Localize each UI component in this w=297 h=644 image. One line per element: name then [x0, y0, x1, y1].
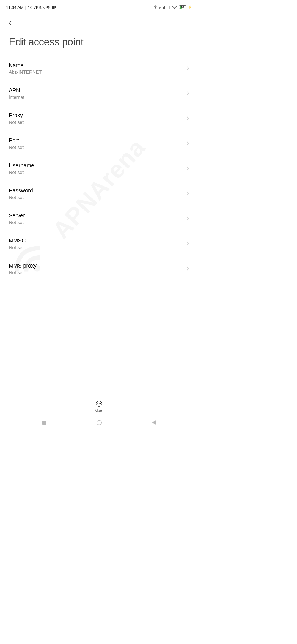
item-content: PortNot set [9, 137, 24, 150]
item-content: ServerNot set [9, 212, 25, 225]
item-label: APN [9, 87, 24, 94]
list-item[interactable]: PortNot set [0, 131, 198, 156]
list-item[interactable]: ServerNot set [0, 206, 198, 231]
svg-point-1 [174, 8, 175, 9]
chevron-right-icon [186, 116, 189, 122]
list-item[interactable]: MMSCNot set [0, 231, 198, 256]
list-item[interactable]: APNinternet [0, 81, 198, 106]
chevron-right-icon [186, 241, 189, 247]
more-button[interactable]: More [0, 397, 198, 413]
chevron-right-icon [186, 91, 189, 97]
wifi-icon [172, 6, 177, 9]
recent-apps-button[interactable] [41, 419, 47, 426]
back-button[interactable] [9, 18, 20, 29]
signal-bars-1 [162, 6, 165, 9]
chevron-right-icon [186, 216, 189, 222]
status-separator: | [25, 5, 26, 10]
item-label: Server [9, 212, 25, 219]
item-value: Not set [9, 245, 26, 250]
item-label: Port [9, 137, 24, 144]
settings-list: NameAbz-INTERNETAPNinternetProxyNot setP… [0, 56, 198, 282]
status-bar: 11:34 AM | 10.7KB/s 4G [0, 2, 198, 12]
charging-icon: ⚡ [188, 5, 192, 9]
more-label: More [95, 408, 103, 413]
status-speed: 10.7KB/s [28, 5, 45, 10]
chevron-right-icon [186, 191, 189, 197]
svg-rect-0 [52, 6, 55, 9]
item-label: MMSC [9, 238, 26, 244]
home-button[interactable] [96, 419, 102, 426]
battery-percent: 38 [181, 6, 184, 9]
item-label: Proxy [9, 112, 24, 119]
list-item[interactable]: MMS proxyNot set [0, 256, 198, 282]
item-value: Abz-INTERNET [9, 70, 42, 75]
network-type-label: 4G [159, 7, 161, 9]
gear-icon [46, 5, 50, 9]
list-item[interactable]: PasswordNot set [0, 181, 198, 206]
more-icon [96, 401, 102, 407]
item-value: Not set [9, 120, 24, 125]
item-label: Username [9, 162, 34, 169]
navigation-bar [0, 416, 198, 429]
item-label: Password [9, 187, 33, 194]
back-nav-button[interactable] [151, 419, 157, 426]
item-label: MMS proxy [9, 263, 37, 269]
item-content: UsernameNot set [9, 162, 34, 175]
header [0, 12, 198, 31]
item-content: MMSCNot set [9, 238, 26, 250]
camera-icon [52, 6, 56, 9]
battery-indicator: 38 ⚡ [179, 5, 192, 9]
item-content: NameAbz-INTERNET [9, 62, 42, 75]
list-item[interactable]: ProxyNot set [0, 106, 198, 131]
page-title: Edit access point [0, 31, 198, 56]
item-value: Not set [9, 170, 34, 175]
item-value: Not set [9, 220, 25, 225]
item-value: Not set [9, 195, 33, 200]
list-item[interactable]: NameAbz-INTERNET [0, 56, 198, 81]
item-value: Not set [9, 270, 37, 275]
list-item[interactable]: UsernameNot set [0, 156, 198, 181]
chevron-right-icon [186, 66, 189, 72]
status-left: 11:34 AM | 10.7KB/s [6, 5, 56, 10]
item-content: PasswordNot set [9, 187, 33, 200]
chevron-right-icon [186, 141, 189, 147]
item-label: Name [9, 62, 42, 69]
item-content: MMS proxyNot set [9, 263, 37, 275]
item-content: APNinternet [9, 87, 24, 100]
item-content: ProxyNot set [9, 112, 24, 125]
status-time: 11:34 AM [6, 5, 23, 10]
bluetooth-icon [154, 5, 157, 9]
chevron-right-icon [186, 266, 189, 272]
signal-bars-2 [167, 6, 170, 9]
chevron-right-icon [186, 166, 189, 172]
status-right: 4G 38 ⚡ [154, 5, 192, 9]
item-value: internet [9, 95, 24, 100]
item-value: Not set [9, 145, 24, 150]
